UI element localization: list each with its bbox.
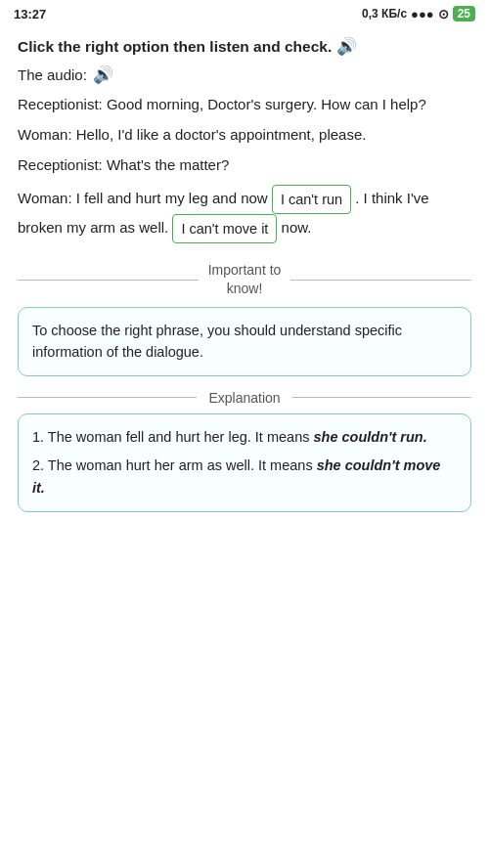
info-box: To choose the right phrase, you should u… (18, 307, 471, 376)
audio-label: The audio: (18, 66, 87, 83)
dialogue-line-4: Woman: I fell and hurt my leg and now I … (18, 185, 471, 243)
answer-box-2[interactable]: I can't move it (172, 214, 277, 243)
explanation-item-1-bold: she couldn't run. (313, 429, 426, 445)
explanation-item-2: 2. The woman hurt her arm as well. It me… (32, 455, 457, 499)
dialogue-line-2: Woman: Hello, I'd like a doctor's appoin… (18, 123, 471, 146)
signal-icon: ●●● (411, 7, 434, 22)
heading: Click the right option then listen and c… (18, 35, 471, 59)
audio-line: The audio: 🔊 (18, 65, 471, 85)
explanation-divider-left (18, 397, 197, 398)
answer-box-1[interactable]: I can't run (272, 185, 351, 214)
divider-left (18, 280, 199, 281)
audio-play-icon[interactable]: 🔊 (93, 65, 113, 85)
dialogue-line-3: Receptionist: What's the matter? (18, 153, 471, 176)
status-bar: 13:27 0,3 КБ/с ●●● ⊙ 25 (0, 0, 489, 25)
important-label: Important toknow! (199, 261, 291, 299)
line4-pre: Woman: I fell and hurt my leg and now (18, 190, 268, 206)
explanation-divider-right (292, 397, 471, 398)
status-time: 13:27 (14, 7, 46, 22)
divider-right (290, 280, 471, 281)
explanation-item-1: 1. The woman fell and hurt her leg. It m… (32, 426, 457, 449)
wifi-icon: ⊙ (438, 7, 449, 22)
important-section: Important toknow! (18, 261, 471, 299)
explanation-box: 1. The woman fell and hurt her leg. It m… (18, 413, 471, 513)
main-content: Click the right option then listen and c… (0, 25, 489, 530)
explanation-section: Explanation (18, 390, 471, 406)
status-right: 0,3 КБ/с ●●● ⊙ 25 (362, 6, 475, 22)
network-speed: 0,3 КБ/с (362, 7, 407, 21)
heading-audio-icon[interactable]: 🔊 (336, 37, 357, 56)
explanation-label: Explanation (197, 390, 291, 406)
dialogue-line-1: Receptionist: Good morning, Doctor's sur… (18, 93, 471, 115)
battery-badge: 25 (453, 6, 475, 22)
